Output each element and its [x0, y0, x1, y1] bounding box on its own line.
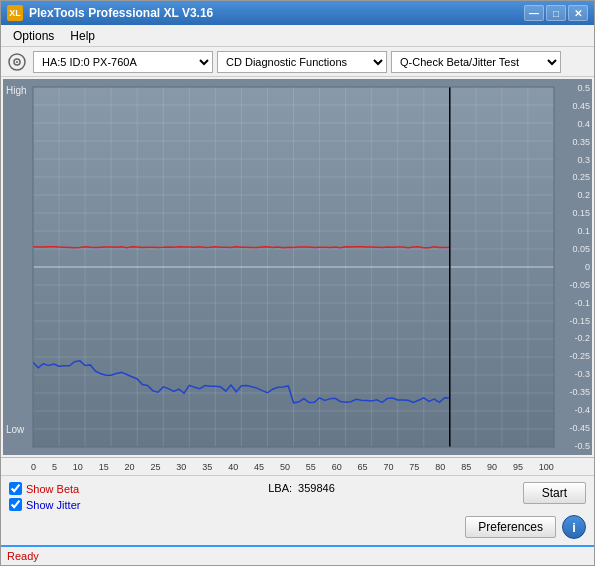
jitter-checkbox-row: Show Jitter	[9, 498, 80, 511]
app-icon: XL	[7, 5, 23, 21]
drive-select[interactable]: HA:5 ID:0 PX-760A	[33, 51, 213, 73]
bottom-controls: Show Beta Show Jitter LBA: 359846 Start	[1, 476, 594, 515]
close-button[interactable]: ✕	[568, 5, 588, 21]
x-axis: 0 5 10 15 20 25 30 35 40 45 50 55 60 65 …	[1, 457, 594, 475]
chart-canvas	[3, 79, 592, 455]
window-title: PlexTools Professional XL V3.16	[29, 6, 213, 20]
lba-label: LBA:	[268, 482, 292, 494]
show-jitter-checkbox[interactable]	[9, 498, 22, 511]
status-bar: Ready	[1, 545, 594, 565]
preferences-button[interactable]: Preferences	[465, 516, 556, 538]
drive-icon	[5, 50, 29, 74]
chart-area: High Low 0.5 0.45 0.4 0.35 0.3 0.25 0.2 …	[3, 79, 592, 455]
bottom-buttons: Preferences i	[1, 515, 594, 545]
main-window: XL PlexTools Professional XL V3.16 — □ ✕…	[0, 0, 595, 566]
beta-checkbox-row: Show Beta	[9, 482, 80, 495]
test-select[interactable]: Q-Check Beta/Jitter Test	[391, 51, 561, 73]
start-button[interactable]: Start	[523, 482, 586, 504]
show-jitter-label: Show Jitter	[26, 499, 80, 511]
menu-help[interactable]: Help	[62, 27, 103, 45]
status-text: Ready	[7, 550, 39, 562]
toolbar: HA:5 ID:0 PX-760A CD Diagnostic Function…	[1, 47, 594, 77]
info-button[interactable]: i	[562, 515, 586, 539]
menu-options[interactable]: Options	[5, 27, 62, 45]
function-select[interactable]: CD Diagnostic Functions	[217, 51, 387, 73]
checkboxes: Show Beta Show Jitter	[9, 482, 80, 511]
title-bar: XL PlexTools Professional XL V3.16 — □ ✕	[1, 1, 594, 25]
show-beta-label: Show Beta	[26, 483, 79, 495]
title-bar-controls: — □ ✕	[524, 5, 588, 21]
minimize-button[interactable]: —	[524, 5, 544, 21]
title-bar-left: XL PlexTools Professional XL V3.16	[7, 5, 213, 21]
y-axis-right: 0.5 0.45 0.4 0.35 0.3 0.25 0.2 0.15 0.1 …	[554, 79, 592, 455]
svg-point-2	[16, 61, 18, 63]
lba-value: 359846	[298, 482, 335, 494]
maximize-button[interactable]: □	[546, 5, 566, 21]
x-axis-labels: 0 5 10 15 20 25 30 35 40 45 50 55 60 65 …	[31, 462, 594, 472]
menu-bar: Options Help	[1, 25, 594, 47]
lba-area: LBA: 359846	[268, 482, 335, 494]
bottom-bar: Show Beta Show Jitter LBA: 359846 Start …	[1, 475, 594, 545]
show-beta-checkbox[interactable]	[9, 482, 22, 495]
